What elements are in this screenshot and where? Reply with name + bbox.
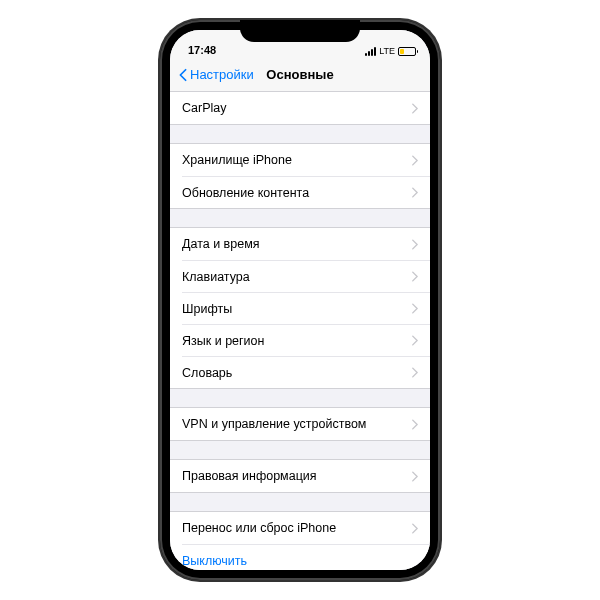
chevron-right-icon xyxy=(411,239,418,250)
network-label: LTE xyxy=(379,46,395,56)
settings-row[interactable]: Правовая информация xyxy=(170,460,430,492)
battery-icon xyxy=(398,47,416,56)
settings-group: Хранилище iPhoneОбновление контента xyxy=(170,143,430,209)
screen: 17:48 LTE Настройки Основные CarPlayХран… xyxy=(170,30,430,570)
chevron-right-icon xyxy=(411,471,418,482)
chevron-right-icon xyxy=(411,523,418,534)
settings-row[interactable]: Перенос или сброс iPhone xyxy=(170,512,430,544)
row-label: Перенос или сброс iPhone xyxy=(182,521,336,535)
status-right: LTE xyxy=(365,46,416,56)
settings-group: Перенос или сброс iPhoneВыключить xyxy=(170,511,430,570)
back-label: Настройки xyxy=(190,67,254,82)
row-label: CarPlay xyxy=(182,101,226,115)
content-scroll[interactable]: CarPlayХранилище iPhoneОбновление контен… xyxy=(170,92,430,570)
row-label: Правовая информация xyxy=(182,469,317,483)
row-label: Хранилище iPhone xyxy=(182,153,292,167)
row-label: Дата и время xyxy=(182,237,260,251)
settings-group: VPN и управление устройством xyxy=(170,407,430,441)
settings-row[interactable]: CarPlay xyxy=(170,92,430,124)
row-label: Выключить xyxy=(182,554,247,568)
row-label: Язык и регион xyxy=(182,334,264,348)
notch xyxy=(240,20,360,42)
chevron-right-icon xyxy=(411,271,418,282)
chevron-right-icon xyxy=(411,419,418,430)
row-label: VPN и управление устройством xyxy=(182,417,366,431)
signal-icon xyxy=(365,47,376,56)
back-button[interactable]: Настройки xyxy=(178,67,254,82)
settings-row[interactable]: Обновление контента xyxy=(182,176,430,208)
settings-row[interactable]: VPN и управление устройством xyxy=(170,408,430,440)
settings-group: Дата и времяКлавиатураШрифтыЯзык и регио… xyxy=(170,227,430,389)
settings-row[interactable]: Хранилище iPhone xyxy=(170,144,430,176)
row-label: Клавиатура xyxy=(182,270,250,284)
status-time: 17:48 xyxy=(188,44,216,56)
chevron-right-icon xyxy=(411,155,418,166)
chevron-right-icon xyxy=(411,187,418,198)
settings-row[interactable]: Выключить xyxy=(182,544,430,570)
row-label: Словарь xyxy=(182,366,232,380)
nav-bar: Настройки Основные xyxy=(170,58,430,92)
chevron-right-icon xyxy=(411,103,418,114)
row-label: Шрифты xyxy=(182,302,232,316)
chevron-right-icon xyxy=(411,303,418,314)
settings-group: Правовая информация xyxy=(170,459,430,493)
settings-row[interactable]: Дата и время xyxy=(170,228,430,260)
settings-row[interactable]: Словарь xyxy=(182,356,430,388)
settings-row[interactable]: Язык и регион xyxy=(182,324,430,356)
chevron-right-icon xyxy=(411,335,418,346)
phone-frame: 17:48 LTE Настройки Основные CarPlayХран… xyxy=(160,20,440,580)
row-label: Обновление контента xyxy=(182,186,309,200)
chevron-left-icon xyxy=(178,68,188,82)
chevron-right-icon xyxy=(411,367,418,378)
settings-row[interactable]: Клавиатура xyxy=(182,260,430,292)
settings-row[interactable]: Шрифты xyxy=(182,292,430,324)
page-title: Основные xyxy=(266,67,333,82)
settings-group: CarPlay xyxy=(170,92,430,125)
